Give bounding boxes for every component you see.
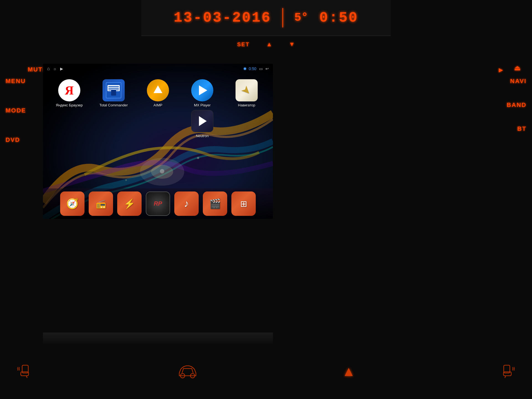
rp-label: RP: [154, 200, 162, 207]
seat-heating-left-icon: [17, 363, 33, 380]
svg-point-4: [197, 157, 199, 159]
temp-display: 5°: [294, 11, 308, 24]
aimp-triangle: [154, 85, 162, 93]
navigator-label: Навигатор: [238, 103, 255, 107]
svg-point-3: [160, 169, 164, 173]
aimp-label: AIMP: [154, 103, 162, 107]
brightness-icon: ☼: [53, 66, 57, 71]
status-right: 0:50 ▭ ↩: [244, 66, 269, 71]
dock-rp[interactable]: RP: [146, 191, 170, 216]
bluetooth-icon: ⚡: [124, 198, 135, 209]
right-cursor-indicator: ▶: [499, 66, 503, 73]
down-arrow-btn[interactable]: ▼: [289, 41, 295, 48]
date-display: 13-03-2016: [174, 10, 271, 26]
seat-heating-left[interactable]: [17, 363, 33, 380]
bt-button[interactable]: BT: [517, 125, 526, 132]
floppy-body: [106, 82, 121, 98]
battery-icon: ▭: [259, 66, 263, 71]
dock-music[interactable]: ♪: [174, 191, 199, 216]
svg-point-5: [125, 179, 127, 181]
status-time: 0:50: [249, 66, 256, 71]
dvd-button[interactable]: DVD: [6, 136, 26, 144]
display-divider: [282, 8, 283, 27]
bottom-dock: 🧭 📻 ⚡ RP ♪ 🎬 ⊞: [43, 188, 273, 219]
car-silhouette-icon: [177, 362, 199, 379]
play-indicator-icon: ▶: [60, 66, 63, 71]
screen-bottom-bar: [43, 332, 273, 344]
navi-button[interactable]: NAVI: [510, 78, 526, 85]
seat-heating-right[interactable]: [499, 363, 515, 380]
apps-grid-icon: ⊞: [240, 199, 247, 209]
yandex-label: Яндекс Браузер: [56, 103, 83, 107]
mxplayer-icon: [191, 79, 213, 101]
dock-video[interactable]: 🎬: [203, 191, 227, 216]
film-reel-icon: 🎬: [209, 198, 221, 209]
app-grid: Я Яндекс Браузер Total Comman: [43, 74, 273, 144]
yandex-icon: Я: [58, 79, 80, 101]
left-side-buttons: MENU MODE DVD: [6, 78, 26, 144]
up-arrow-btn[interactable]: ▲: [266, 41, 272, 48]
status-dot: [244, 68, 246, 70]
status-left: ⌂ ☼ ▶: [47, 66, 63, 71]
music-note-icon: ♪: [184, 198, 189, 209]
dock-apps[interactable]: ⊞: [231, 191, 256, 216]
app-item-neutron[interactable]: Neutron: [181, 110, 223, 138]
aimp-icon: [147, 79, 169, 101]
car-unit: 13-03-2016 5° 0:50 SET ▲ ▼ MUTE ▶ ▶ ⏏ ME…: [0, 0, 532, 399]
mode-button[interactable]: MODE: [6, 107, 26, 114]
yandex-y-letter: Я: [65, 83, 74, 98]
seat-heating-right-icon: [499, 363, 515, 380]
controls-row: SET ▲ ▼: [141, 36, 391, 53]
mxplayer-play-triangle: [199, 85, 207, 95]
neutron-play-triangle: [199, 116, 207, 126]
neutron-icon: [191, 110, 213, 132]
time-display: 0:50: [319, 10, 358, 26]
app-item-mxplayer[interactable]: MX Player: [181, 79, 223, 107]
neutron-label: Neutron: [196, 134, 209, 138]
totalcmd-icon: [103, 79, 125, 101]
navigator-icon: ➤: [236, 79, 258, 101]
compass-icon: 🧭: [66, 198, 79, 209]
menu-button[interactable]: MENU: [6, 78, 26, 85]
band-button[interactable]: BAND: [507, 101, 526, 109]
floppy-line-1: [108, 86, 119, 87]
android-screen: ⌂ ☼ ▶ 0:50 ▭ ↩ Я: [43, 64, 273, 219]
floppy-line-2: [108, 88, 119, 89]
dock-radio[interactable]: 📻: [89, 191, 113, 216]
app-item-navigator[interactable]: ➤ Навигатор: [226, 79, 267, 107]
right-side-buttons: NAVI BAND BT: [507, 78, 526, 132]
set-label[interactable]: SET: [237, 41, 250, 48]
floppy-slot: [111, 90, 116, 96]
dock-navigation[interactable]: 🧭: [60, 191, 85, 216]
navigator-arrow: ➤: [239, 83, 255, 98]
car-center-icon[interactable]: [177, 362, 199, 380]
hazard-triangle-icon[interactable]: ▲: [342, 363, 356, 379]
back-arrow-icon[interactable]: ↩: [265, 66, 269, 71]
dock-bluetooth[interactable]: ⚡: [117, 191, 142, 216]
totalcmd-label: Total Commander: [99, 103, 128, 107]
bottom-physical-area: ▲: [0, 344, 532, 399]
app-item-yandex[interactable]: Я Яндекс Браузер: [48, 79, 90, 107]
top-display: 13-03-2016 5° 0:50: [141, 0, 391, 36]
mxplayer-label: MX Player: [194, 103, 211, 107]
app-item-aimp[interactable]: AIMP: [137, 79, 179, 107]
home-icon: ⌂: [47, 66, 50, 71]
app-item-totalcmd[interactable]: Total Commander: [93, 79, 134, 107]
radio-icon: 📻: [96, 199, 106, 209]
eject-button[interactable]: ⏏: [514, 64, 521, 72]
status-bar: ⌂ ☼ ▶ 0:50 ▭ ↩: [43, 64, 273, 74]
